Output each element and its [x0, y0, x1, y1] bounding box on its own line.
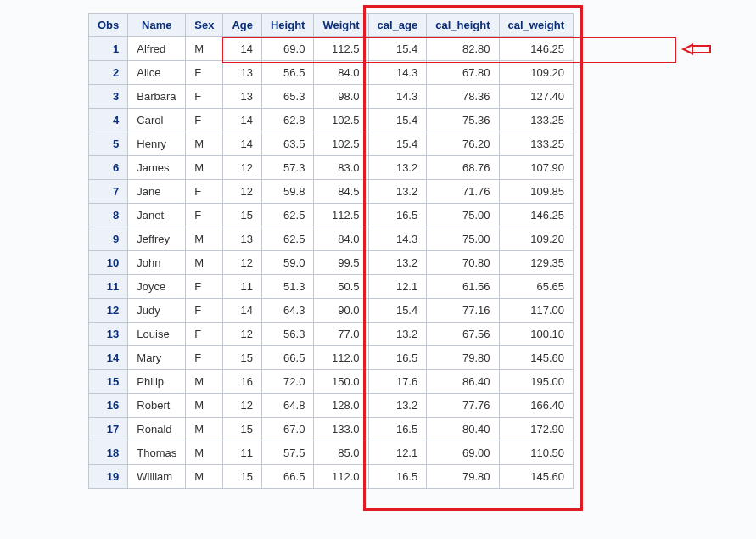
cell-sex: M — [186, 465, 223, 489]
cell-sex: F — [186, 180, 223, 204]
cell-weight: 128.0 — [314, 394, 368, 418]
cell-cal-weight: 133.25 — [499, 109, 573, 132]
cell-cal-height: 69.00 — [427, 441, 499, 465]
cell-age: 12 — [223, 251, 262, 275]
cell-name: Janet — [128, 204, 186, 227]
cell-height: 56.3 — [261, 323, 313, 346]
cell-weight: 133.0 — [314, 418, 368, 441]
cell-name: Louise — [128, 323, 186, 346]
cell-cal-height: 67.56 — [427, 323, 499, 346]
col-cal-height: cal_height — [427, 14, 499, 37]
cell-cal-age: 13.2 — [368, 251, 427, 275]
table-head: Obs Name Sex Age Height Weight cal_age c… — [89, 14, 574, 37]
cell-weight: 50.5 — [314, 275, 368, 299]
cell-weight: 77.0 — [314, 323, 368, 346]
cell-weight: 84.0 — [314, 227, 368, 251]
table-row: 11JoyceF1151.350.512.161.5665.65 — [89, 275, 574, 299]
cell-cal-height: 77.76 — [427, 394, 499, 418]
table-row: 13LouiseF1256.377.013.267.56100.10 — [89, 323, 574, 346]
cell-obs: 2 — [89, 61, 128, 85]
arrow-line — [692, 52, 711, 53]
table-body: 1AlfredM1469.0112.515.482.80146.252Alice… — [89, 37, 574, 489]
cell-age: 13 — [223, 227, 262, 251]
cell-cal-weight: 129.35 — [499, 251, 573, 275]
cell-cal-weight: 117.00 — [499, 299, 573, 323]
cell-obs: 4 — [89, 109, 128, 132]
cell-height: 51.3 — [261, 275, 313, 299]
cell-age: 13 — [223, 61, 262, 85]
cell-age: 16 — [223, 370, 262, 394]
cell-sex: M — [186, 37, 223, 61]
table-row: 16RobertM1264.8128.013.277.76166.40 — [89, 394, 574, 418]
table-row: 14MaryF1566.5112.016.579.80145.60 — [89, 346, 574, 370]
cell-cal-age: 13.2 — [368, 323, 427, 346]
cell-name: Joyce — [128, 275, 186, 299]
cell-name: Jane — [128, 180, 186, 204]
cell-height: 56.5 — [261, 61, 313, 85]
table-row: 5HenryM1463.5102.515.476.20133.25 — [89, 132, 574, 156]
cell-cal-age: 13.2 — [368, 180, 427, 204]
cell-sex: F — [186, 85, 223, 109]
cell-cal-weight: 166.40 — [499, 394, 573, 418]
cell-sex: F — [186, 346, 223, 370]
cell-obs: 18 — [89, 441, 128, 465]
cell-age: 11 — [223, 441, 262, 465]
cell-name: Henry — [128, 132, 186, 156]
cell-cal-height: 76.20 — [427, 132, 499, 156]
table-row: 3BarbaraF1365.398.014.378.36127.40 — [89, 85, 574, 109]
cell-cal-age: 13.2 — [368, 156, 427, 180]
cell-name: Ronald — [128, 418, 186, 441]
cell-name: Alice — [128, 61, 186, 85]
cell-cal-height: 75.00 — [427, 204, 499, 227]
cell-cal-weight: 107.90 — [499, 156, 573, 180]
cell-cal-weight: 145.60 — [499, 465, 573, 489]
cell-obs: 8 — [89, 204, 128, 227]
cell-weight: 102.5 — [314, 109, 368, 132]
cell-cal-age: 15.4 — [368, 37, 427, 61]
cell-cal-weight: 172.90 — [499, 418, 573, 441]
cell-obs: 11 — [89, 275, 128, 299]
cell-cal-height: 75.36 — [427, 109, 499, 132]
cell-age: 13 — [223, 85, 262, 109]
table-container: Obs Name Sex Age Height Weight cal_age c… — [88, 13, 574, 489]
arrow-head-inner — [686, 46, 692, 53]
header-row: Obs Name Sex Age Height Weight cal_age c… — [89, 14, 574, 37]
cell-obs: 16 — [89, 394, 128, 418]
table-row: 18ThomasM1157.585.012.169.00110.50 — [89, 441, 574, 465]
cell-sex: M — [186, 132, 223, 156]
cell-height: 72.0 — [261, 370, 313, 394]
cell-cal-age: 16.5 — [368, 465, 427, 489]
col-weight: Weight — [314, 14, 368, 37]
cell-weight: 98.0 — [314, 85, 368, 109]
cell-obs: 3 — [89, 85, 128, 109]
cell-weight: 150.0 — [314, 370, 368, 394]
cell-weight: 112.5 — [314, 204, 368, 227]
cell-age: 14 — [223, 299, 262, 323]
cell-cal-weight: 146.25 — [499, 204, 573, 227]
cell-cal-weight: 109.20 — [499, 227, 573, 251]
cell-cal-age: 17.6 — [368, 370, 427, 394]
cell-cal-height: 70.80 — [427, 251, 499, 275]
table-row: 9JeffreyM1362.584.014.375.00109.20 — [89, 227, 574, 251]
cell-weight: 112.0 — [314, 465, 368, 489]
cell-obs: 17 — [89, 418, 128, 441]
cell-name: Alfred — [128, 37, 186, 61]
cell-sex: F — [186, 299, 223, 323]
table-row: 10JohnM1259.099.513.270.80129.35 — [89, 251, 574, 275]
cell-name: Judy — [128, 299, 186, 323]
cell-age: 14 — [223, 37, 262, 61]
cell-cal-weight: 146.25 — [499, 37, 573, 61]
table-row: 2AliceF1356.584.014.367.80109.20 — [89, 61, 574, 85]
cell-cal-age: 16.5 — [368, 346, 427, 370]
cell-cal-height: 80.40 — [427, 418, 499, 441]
cell-cal-weight: 109.20 — [499, 61, 573, 85]
cell-weight: 84.0 — [314, 61, 368, 85]
table-row: 4CarolF1462.8102.515.475.36133.25 — [89, 109, 574, 132]
cell-cal-weight: 127.40 — [499, 85, 573, 109]
cell-sex: M — [186, 370, 223, 394]
cell-cal-age: 13.2 — [368, 394, 427, 418]
table-row: 15PhilipM1672.0150.017.686.40195.00 — [89, 370, 574, 394]
cell-obs: 7 — [89, 180, 128, 204]
cell-height: 69.0 — [261, 37, 313, 61]
cell-age: 15 — [223, 465, 262, 489]
